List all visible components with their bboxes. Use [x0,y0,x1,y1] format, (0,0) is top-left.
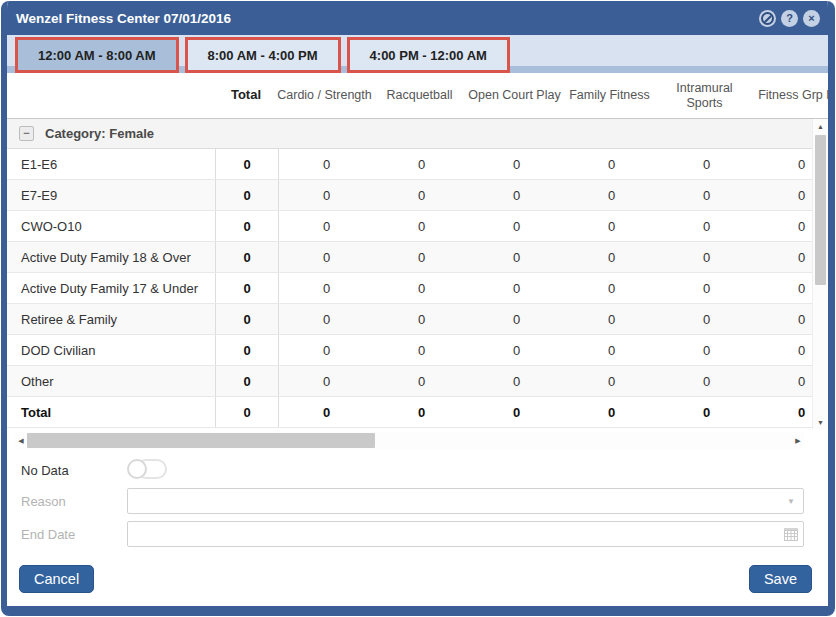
count-cell[interactable]: 0 [374,304,469,334]
table-row: Active Duty Family 18 & Over0000000 [7,242,813,273]
close-icon[interactable]: × [803,10,820,27]
total-cell: 0 [215,211,279,241]
scroll-right-icon[interactable]: ▶ [792,432,804,449]
row-label: Other [7,366,215,396]
table-body: − Category: Female E1-E60000000E7-E90000… [7,119,828,429]
count-cell[interactable]: 0 [469,149,564,179]
scroll-up-icon[interactable]: ▲ [813,119,828,133]
no-data-toggle[interactable] [127,459,169,481]
count-cell[interactable]: 0 [564,335,659,365]
count-cell[interactable]: 0 [564,304,659,334]
count-cell[interactable]: 0 [659,242,754,272]
count-cell[interactable]: 0 [469,211,564,241]
count-cell[interactable]: 0 [564,149,659,179]
no-data-form: No Data Reason ▼ End Date [7,449,828,554]
count-cell[interactable]: 0 [469,180,564,210]
reason-label: Reason [21,494,127,509]
no-data-label: No Data [21,463,127,478]
count-cell[interactable]: 0 [279,180,374,210]
chevron-down-icon: ▼ [787,497,795,506]
end-date-row: End Date [21,521,804,547]
reason-row: Reason ▼ [21,488,804,514]
column-header: Family Fitness [562,88,657,102]
count-cell[interactable]: 0 [374,149,469,179]
total-cell: 0 [215,304,279,334]
count-cell[interactable]: 0 [279,304,374,334]
category-group-label: Category: Female [45,126,154,141]
count-cell[interactable]: 0 [469,242,564,272]
count-cell[interactable]: 0 [659,335,754,365]
total-cell: 0 [215,273,279,303]
horizontal-scrollbar[interactable]: ◀ ▶ [15,432,804,449]
row-label: Active Duty Family 17 & Under [7,273,215,303]
help-icon[interactable]: ? [781,10,798,27]
count-cell[interactable]: 0 [659,304,754,334]
row-label: Active Duty Family 18 & Over [7,242,215,272]
count-cell[interactable]: 0 [279,335,374,365]
count-cell[interactable]: 0 [469,273,564,303]
row-label: Retiree & Family [7,304,215,334]
disable-icon[interactable] [759,10,776,27]
total-cell: 0 [215,335,279,365]
vertical-scrollbar-thumb[interactable] [815,135,826,285]
ban-glyph [761,12,774,25]
count-cell: 0 [659,397,754,427]
count-cell[interactable]: 0 [659,273,754,303]
end-date-field[interactable] [127,521,804,547]
scroll-down-icon[interactable]: ▼ [813,415,828,429]
table-row: Other0000000 [7,366,813,397]
count-cell[interactable]: 0 [374,242,469,272]
column-header: Fitness Grp Ex [752,88,835,102]
category-group-header: − Category: Female [7,119,813,149]
count-cell[interactable]: 0 [374,211,469,241]
row-label: Total [7,397,215,427]
save-button[interactable]: Save [749,565,812,593]
reason-dropdown[interactable]: ▼ [127,488,804,514]
row-label: E7-E9 [7,180,215,210]
count-cell[interactable]: 0 [279,366,374,396]
count-cell[interactable]: 0 [564,273,659,303]
schedule-usage-dialog: Wenzel Fitness Center 07/01/2016 ? × 12:… [1,1,835,616]
count-cell[interactable]: 0 [374,366,469,396]
count-cell[interactable]: 0 [279,242,374,272]
vertical-scrollbar[interactable]: ▲ ▼ [812,119,828,429]
count-cell[interactable]: 0 [469,335,564,365]
collapse-group-icon[interactable]: − [19,126,34,141]
total-cell: 0 [215,397,279,427]
count-cell[interactable]: 0 [659,366,754,396]
count-cell[interactable]: 0 [279,211,374,241]
count-cell[interactable]: 0 [469,366,564,396]
cancel-button[interactable]: Cancel [19,565,94,593]
count-cell: 0 [279,397,374,427]
row-label: CWO-O10 [7,211,215,241]
tab-time-period-1[interactable]: 12:00 AM - 8:00 AM [15,37,179,73]
table-row: Total0000000 [7,397,813,428]
count-cell[interactable]: 0 [564,180,659,210]
total-cell: 0 [215,149,279,179]
count-cell[interactable]: 0 [564,242,659,272]
tab-time-period-3[interactable]: 4:00 PM - 12:00 AM [347,37,510,73]
scroll-left-icon[interactable]: ◀ [15,432,27,449]
count-cell[interactable]: 0 [469,304,564,334]
total-cell: 0 [215,366,279,396]
no-data-row: No Data [21,459,804,481]
count-cell[interactable]: 0 [659,149,754,179]
count-cell[interactable]: 0 [659,180,754,210]
tab-time-period-2[interactable]: 8:00 AM - 4:00 PM [185,37,341,73]
table-row: Retiree & Family0000000 [7,304,813,335]
column-header: Total [215,88,277,103]
count-cell[interactable]: 0 [374,335,469,365]
count-cell[interactable]: 0 [659,211,754,241]
dialog-titlebar: Wenzel Fitness Center 07/01/2016 ? × [7,1,828,35]
column-header: Intramural Sports [657,81,752,110]
count-cell[interactable]: 0 [564,211,659,241]
titlebar-icons: ? × [759,10,828,27]
table-row: DOD Civilian0000000 [7,335,813,366]
count-cell[interactable]: 0 [374,180,469,210]
count-cell[interactable]: 0 [279,149,374,179]
horizontal-scrollbar-thumb[interactable] [27,433,375,448]
count-cell[interactable]: 0 [279,273,374,303]
count-cell[interactable]: 0 [374,273,469,303]
count-cell[interactable]: 0 [564,366,659,396]
dialog-title: Wenzel Fitness Center 07/01/2016 [7,11,231,26]
